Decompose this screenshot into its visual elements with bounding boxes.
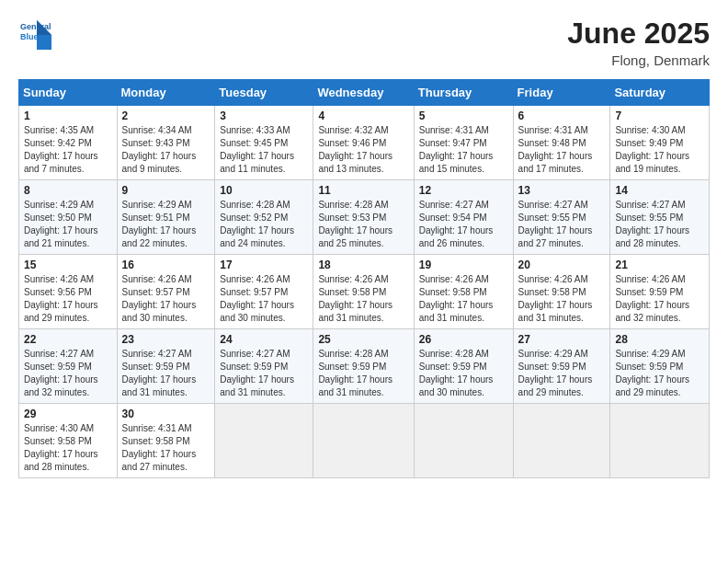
- day-info: Sunrise: 4:27 AMSunset: 9:59 PMDaylight:…: [122, 348, 210, 399]
- day-info-line: Daylight: 17 hours and 31 minutes.: [220, 373, 308, 399]
- col-friday: Friday: [513, 80, 610, 106]
- day-cell: 20Sunrise: 4:26 AMSunset: 9:58 PMDayligh…: [513, 255, 610, 329]
- day-info-line: Sunset: 9:59 PM: [122, 361, 210, 373]
- day-info-line: Sunrise: 4:27 AM: [24, 348, 112, 361]
- day-info: Sunrise: 4:29 AMSunset: 9:59 PMDaylight:…: [615, 348, 704, 399]
- day-cell: 29Sunrise: 4:30 AMSunset: 9:58 PMDayligh…: [19, 404, 118, 478]
- day-info: Sunrise: 4:27 AMSunset: 9:54 PMDaylight:…: [419, 199, 508, 250]
- day-info-line: Sunrise: 4:27 AM: [220, 348, 308, 361]
- week-row-1: 1Sunrise: 4:35 AMSunset: 9:42 PMDaylight…: [19, 106, 710, 180]
- day-number: 21: [615, 259, 704, 271]
- day-info-line: Sunset: 9:59 PM: [615, 286, 704, 299]
- day-info-line: Daylight: 17 hours and 21 minutes.: [24, 224, 112, 250]
- day-info-line: Sunrise: 4:34 AM: [122, 124, 210, 137]
- day-info-line: Sunset: 9:53 PM: [318, 212, 408, 224]
- day-info-line: Sunrise: 4:26 AM: [24, 273, 112, 286]
- day-number: 6: [518, 109, 606, 122]
- day-cell: [215, 404, 313, 478]
- day-cell: 30Sunrise: 4:31 AMSunset: 9:58 PMDayligh…: [117, 404, 215, 478]
- svg-text:Blue: Blue: [20, 32, 39, 41]
- day-info: Sunrise: 4:34 AMSunset: 9:43 PMDaylight:…: [122, 124, 210, 176]
- day-number: 26: [419, 333, 508, 346]
- day-info-line: Sunrise: 4:33 AM: [220, 124, 308, 137]
- day-info-line: Sunrise: 4:28 AM: [318, 348, 408, 361]
- day-info-line: Sunrise: 4:26 AM: [122, 273, 210, 286]
- day-info-line: Daylight: 17 hours and 17 minutes.: [518, 150, 606, 176]
- day-info-line: Sunset: 9:48 PM: [518, 137, 606, 150]
- day-number: 7: [615, 109, 704, 122]
- day-info-line: Sunset: 9:58 PM: [518, 286, 606, 299]
- day-info: Sunrise: 4:30 AMSunset: 9:49 PMDaylight:…: [615, 124, 704, 176]
- day-cell: 24Sunrise: 4:27 AMSunset: 9:59 PMDayligh…: [215, 329, 313, 404]
- day-cell: 14Sunrise: 4:27 AMSunset: 9:55 PMDayligh…: [610, 180, 710, 255]
- day-number: 23: [122, 333, 210, 346]
- day-info-line: Daylight: 17 hours and 22 minutes.: [122, 224, 210, 250]
- day-info-line: Sunset: 9:58 PM: [24, 435, 112, 448]
- calendar-subtitle: Flong, Denmark: [567, 52, 710, 68]
- day-info-line: Sunrise: 4:27 AM: [419, 199, 508, 212]
- day-number: 16: [122, 259, 210, 271]
- day-cell: 2Sunrise: 4:34 AMSunset: 9:43 PMDaylight…: [117, 106, 215, 180]
- day-cell: [610, 404, 710, 478]
- day-info-line: Sunset: 9:58 PM: [122, 435, 210, 448]
- day-info: Sunrise: 4:28 AMSunset: 9:53 PMDaylight:…: [318, 199, 408, 250]
- day-cell: 8Sunrise: 4:29 AMSunset: 9:50 PMDaylight…: [19, 180, 118, 255]
- day-number: 19: [419, 259, 508, 271]
- day-info-line: Sunrise: 4:28 AM: [318, 199, 408, 212]
- day-info-line: Sunset: 9:50 PM: [24, 212, 112, 224]
- day-info: Sunrise: 4:27 AMSunset: 9:59 PMDaylight:…: [220, 348, 308, 399]
- day-number: 14: [615, 184, 704, 197]
- day-info-line: Daylight: 17 hours and 27 minutes.: [518, 224, 606, 250]
- day-info-line: Sunrise: 4:26 AM: [318, 273, 408, 286]
- col-sunday: Sunday: [19, 80, 118, 106]
- day-info-line: Sunrise: 4:29 AM: [518, 348, 606, 361]
- col-monday: Monday: [117, 80, 215, 106]
- day-info-line: Sunset: 9:42 PM: [24, 137, 112, 150]
- day-cell: 27Sunrise: 4:29 AMSunset: 9:59 PMDayligh…: [513, 329, 610, 404]
- day-info: Sunrise: 4:35 AMSunset: 9:42 PMDaylight:…: [24, 124, 112, 176]
- day-cell: 28Sunrise: 4:29 AMSunset: 9:59 PMDayligh…: [610, 329, 710, 404]
- day-number: 17: [220, 259, 308, 271]
- day-info-line: Daylight: 17 hours and 19 minutes.: [615, 150, 704, 176]
- day-info-line: Sunrise: 4:26 AM: [419, 273, 508, 286]
- day-cell: 18Sunrise: 4:26 AMSunset: 9:58 PMDayligh…: [313, 255, 414, 329]
- day-info-line: Daylight: 17 hours and 30 minutes.: [419, 373, 508, 399]
- day-number: 2: [122, 109, 210, 122]
- day-info-line: Sunset: 9:55 PM: [615, 212, 704, 224]
- day-info-line: Sunrise: 4:27 AM: [122, 348, 210, 361]
- day-info: Sunrise: 4:27 AMSunset: 9:55 PMDaylight:…: [615, 199, 704, 250]
- day-info: Sunrise: 4:29 AMSunset: 9:59 PMDaylight:…: [518, 348, 606, 399]
- day-info-line: Sunrise: 4:30 AM: [615, 124, 704, 137]
- day-info: Sunrise: 4:29 AMSunset: 9:51 PMDaylight:…: [122, 199, 210, 250]
- day-info-line: Sunset: 9:59 PM: [24, 361, 112, 373]
- col-wednesday: Wednesday: [313, 80, 414, 106]
- day-info: Sunrise: 4:27 AMSunset: 9:59 PMDaylight:…: [24, 348, 112, 399]
- day-info-line: Sunset: 9:59 PM: [615, 361, 704, 373]
- day-number: 1: [24, 109, 112, 122]
- day-info-line: Daylight: 17 hours and 26 minutes.: [419, 224, 508, 250]
- day-info-line: Daylight: 17 hours and 32 minutes.: [24, 373, 112, 399]
- day-number: 20: [518, 259, 606, 271]
- day-cell: 26Sunrise: 4:28 AMSunset: 9:59 PMDayligh…: [414, 329, 513, 404]
- day-info: Sunrise: 4:26 AMSunset: 9:57 PMDaylight:…: [122, 273, 210, 325]
- day-cell: 21Sunrise: 4:26 AMSunset: 9:59 PMDayligh…: [610, 255, 710, 329]
- day-info-line: Sunset: 9:46 PM: [318, 137, 408, 150]
- day-info-line: Daylight: 17 hours and 11 minutes.: [220, 150, 308, 176]
- day-info: Sunrise: 4:29 AMSunset: 9:50 PMDaylight:…: [24, 199, 112, 250]
- day-number: 5: [419, 109, 508, 122]
- day-info-line: Daylight: 17 hours and 31 minutes.: [419, 299, 508, 325]
- calendar-header: Sunday Monday Tuesday Wednesday Thursday…: [19, 80, 710, 106]
- day-cell: 4Sunrise: 4:32 AMSunset: 9:46 PMDaylight…: [313, 106, 414, 180]
- day-cell: 22Sunrise: 4:27 AMSunset: 9:59 PMDayligh…: [19, 329, 118, 404]
- day-cell: 17Sunrise: 4:26 AMSunset: 9:57 PMDayligh…: [215, 255, 313, 329]
- day-cell: 23Sunrise: 4:27 AMSunset: 9:59 PMDayligh…: [117, 329, 215, 404]
- day-info: Sunrise: 4:27 AMSunset: 9:55 PMDaylight:…: [518, 199, 606, 250]
- day-info-line: Sunrise: 4:29 AM: [615, 348, 704, 361]
- day-number: 12: [419, 184, 508, 197]
- week-row-3: 15Sunrise: 4:26 AMSunset: 9:56 PMDayligh…: [19, 255, 710, 329]
- day-cell: 10Sunrise: 4:28 AMSunset: 9:52 PMDayligh…: [215, 180, 313, 255]
- day-info-line: Daylight: 17 hours and 13 minutes.: [318, 150, 408, 176]
- svg-text:General: General: [20, 22, 51, 31]
- header: General Blue June 2025 Flong, Denmark: [18, 17, 710, 68]
- day-info-line: Daylight: 17 hours and 9 minutes.: [122, 150, 210, 176]
